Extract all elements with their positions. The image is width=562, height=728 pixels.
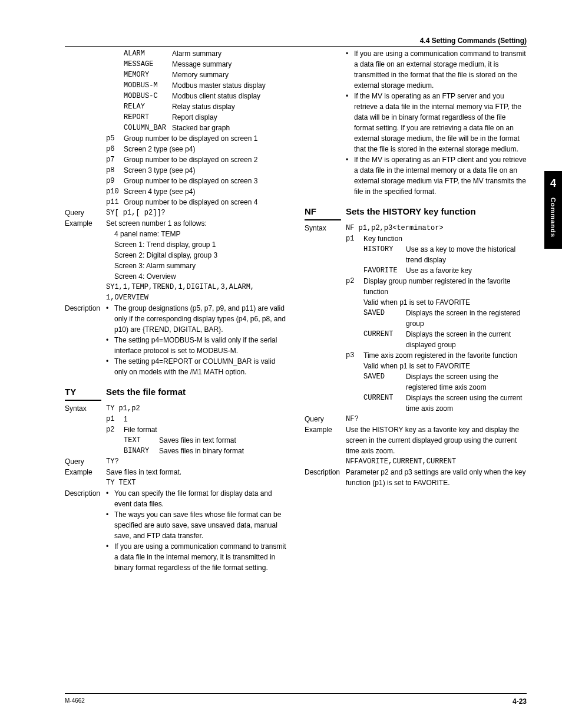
param-option: COLUMN_BARStacked bar graph xyxy=(124,123,287,133)
param-option: MEMORYMemory summary xyxy=(124,70,287,80)
param-option: MODBUS-MModbus master status display xyxy=(124,80,287,91)
doc-id: M-4662 xyxy=(65,696,85,707)
param-row: p9Group number to be displayed on screen… xyxy=(106,176,287,186)
param-row: p8Screen 3 type (see p4) xyxy=(106,165,287,176)
left-column: ALARMAlarm summary MESSAGEMessage summar… xyxy=(65,48,287,693)
param-option: MODBUS-CModbus client status display xyxy=(124,91,287,101)
page: 4.4 Setting Commands (Setting) 4 Command… xyxy=(0,0,562,728)
query-body: TY? xyxy=(106,456,287,467)
command-heading-ty: TY Sets the file format xyxy=(65,386,287,401)
description-body: •You can specify the file format for dis… xyxy=(106,488,287,573)
description-body: •The group designations (p5, p7, p9, and… xyxy=(106,303,287,377)
syntax-body: TY p1,p2 p11 p2File format TEXTSaves fil… xyxy=(106,403,287,456)
syntax-label: Syntax xyxy=(65,403,106,456)
chapter-tab: 4 Commands xyxy=(544,171,562,249)
param-option: RELAYRelay status display xyxy=(124,101,287,112)
param-row: p10Screen 4 type (see p4) xyxy=(106,186,287,197)
header-rule xyxy=(65,46,527,47)
chapter-label: Commands xyxy=(548,197,558,238)
page-number: 4-23 xyxy=(513,696,527,707)
syntax-label: Syntax xyxy=(305,223,346,414)
example-label: Example xyxy=(65,218,106,303)
section-header: 4.4 Setting Commands (Setting) xyxy=(420,35,527,46)
description-label: Description xyxy=(305,467,346,488)
param-option: MESSAGEMessage summary xyxy=(124,59,287,70)
query-label: Query xyxy=(305,414,346,424)
description-label: Description xyxy=(65,303,106,377)
example-body: Use the HISTORY key as a favorite key an… xyxy=(346,424,527,467)
param-row: p5Group number to be displayed on screen… xyxy=(106,133,287,144)
example-body: Save files in text format. TY TEXT xyxy=(106,467,287,488)
description-body: Parameter p2 and p3 settings are valid o… xyxy=(346,467,527,488)
query-syntax: SY[ p1,[ p2]]? xyxy=(106,207,287,218)
param-row: p6Screen 2 type (see p4) xyxy=(106,144,287,154)
command-heading-nf: NF Sets the HISTORY key function xyxy=(305,205,527,220)
description-label: Description xyxy=(65,488,106,573)
syntax-body: NF p1,p2,p3<terminator> p1Key function H… xyxy=(346,223,527,414)
right-column: •If you are using a communication comman… xyxy=(305,48,527,693)
example-body: Set screen number 1 as follows: 4 panel … xyxy=(106,218,287,303)
example-label: Example xyxy=(65,467,106,488)
continued-description: •If you are using a communication comman… xyxy=(346,48,527,197)
param-row: p11Group number to be displayed on scree… xyxy=(106,197,287,207)
query-body: NF? xyxy=(346,414,527,424)
param-option: ALARMAlarm summary xyxy=(124,48,287,59)
page-footer: M-4662 4-23 xyxy=(65,693,527,707)
query-label: Query xyxy=(65,207,106,218)
query-label: Query xyxy=(65,456,106,467)
chapter-number: 4 xyxy=(544,176,562,192)
param-option: REPORTReport display xyxy=(124,112,287,123)
param-row: p7Group number to be displayed on screen… xyxy=(106,154,287,165)
example-label: Example xyxy=(305,424,346,467)
